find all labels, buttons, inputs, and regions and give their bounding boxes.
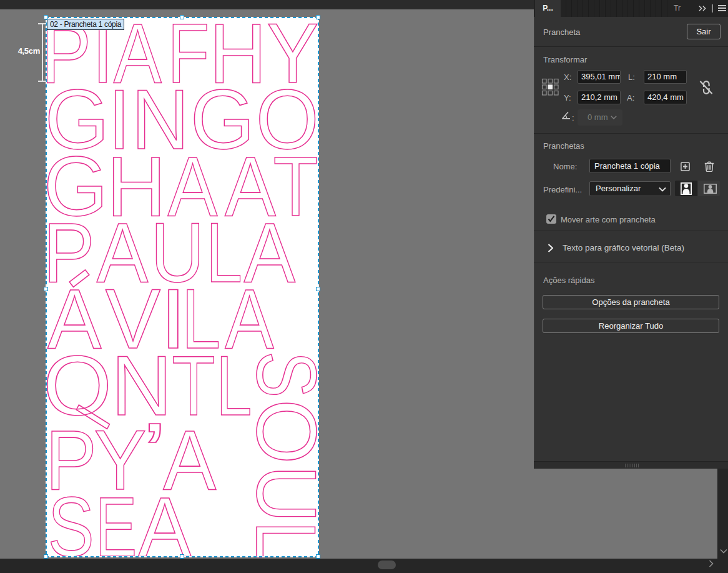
svg-text:O: O bbox=[239, 399, 335, 464]
svg-text:’: ’ bbox=[142, 405, 167, 500]
svg-text:U: U bbox=[239, 466, 334, 523]
svg-text:S: S bbox=[240, 351, 335, 398]
